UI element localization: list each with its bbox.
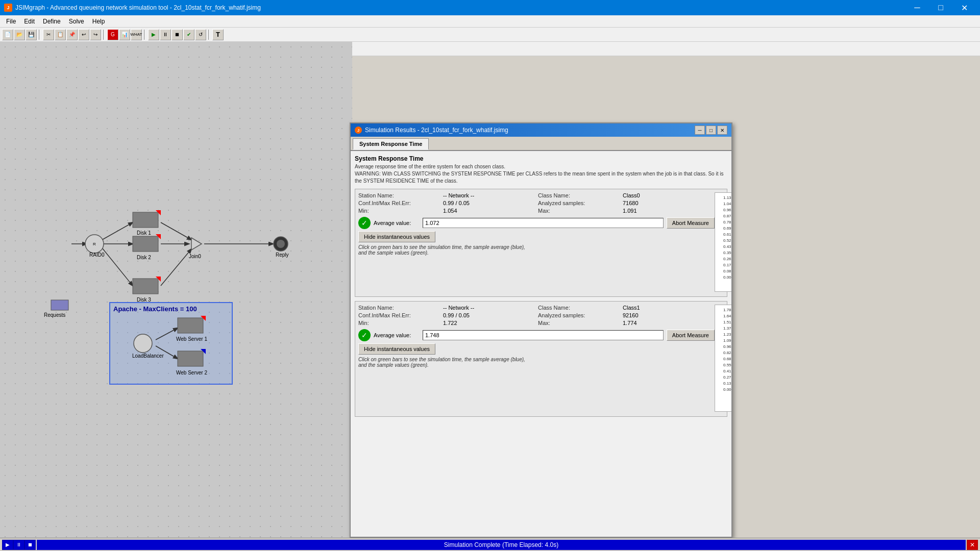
maximize-button[interactable]: □ [929,0,952,15]
status-text: Simulation Complete (Time Elapsed: 4.0s) [37,540,966,550]
svg-text:1.512: 1.512 [723,320,731,324]
node-lb-label: LoadBalancer [132,353,164,359]
sim-window: J Simulation Results - 2cl_10stat_fcr_fo… [350,122,732,538]
tb-redo[interactable]: ↪ [90,29,101,40]
tb-copy[interactable]: 📋 [55,29,66,40]
val-samples-class0: 71680 [623,200,715,206]
status-play-controls: ▶ ⏸ ⏹ [2,540,36,550]
node-ws2-box[interactable] [178,351,203,366]
tb-save[interactable]: 💾 [26,29,37,40]
svg-text:1.649: 1.649 [723,314,731,318]
tb-cut[interactable]: ✂ [43,29,54,40]
abort-btn-class0[interactable]: Abort Measure [667,217,715,229]
avg-label-class0: Average value: [374,220,420,226]
hide-btn-class1[interactable]: Hide instantaneous values [358,343,435,355]
tb-graph[interactable]: G [107,29,118,40]
close-button[interactable]: ✕ [952,0,976,15]
label-min-class0: Min: [358,208,440,214]
measure-left-class0: Station Name: -- Network -- Class Name: … [358,192,715,293]
svg-text:1.237: 1.237 [723,332,731,337]
sim-close[interactable]: ✕ [717,126,727,135]
avg-row-class1: ✓ Average value: Abort Measure [358,329,715,341]
label-station-class1: Station Name: [358,305,440,311]
app-icon: J [4,4,12,12]
avg-row-class0: ✓ Average value: Abort Measure [358,217,715,229]
menu-file[interactable]: File [2,17,20,26]
label-classname-class1: Class Name: [538,305,620,311]
svg-text:0.275: 0.275 [723,375,731,380]
tb-paste[interactable]: 📌 [66,29,78,40]
tb-reset[interactable]: ↺ [195,29,206,40]
sim-tabs: System Response Time [351,137,731,151]
val-min-class0: 1.054 [443,208,535,214]
section-title: System Response Time [355,155,727,162]
node-disk1-label: Disk 1 [137,230,151,236]
val-station-class0: -- Network -- [443,192,535,198]
node-reply-label: Reply [276,252,289,258]
svg-text:0.699: 0.699 [723,226,731,231]
node-disk2-box[interactable] [133,236,158,252]
val-confint-class0: 0.99 / 0.05 [443,200,535,206]
node-reply-inner [277,240,285,248]
tb-check[interactable]: ✔ [183,29,194,40]
tb-what[interactable]: WHAT [131,29,142,40]
tb-text[interactable]: T [212,29,224,40]
svg-text:1.049: 1.049 [723,202,731,206]
toolbar-1: 📄 📂 💾 ✂ 📋 📌 ↩ ↪ G 📊 WHAT ▶ ⏸ ⏹ ✔ ↺ T [0,28,980,42]
hide-btn-class0[interactable]: Hide instantaneous values [358,231,435,242]
tb-open[interactable]: 📂 [14,29,25,40]
val-classname-class0: Class0 [623,192,715,198]
tb-stop[interactable]: ⏹ [172,29,183,40]
val-station-class1: -- Network -- [443,305,535,311]
label-classname-class0: Class Name: [538,192,620,198]
abort-btn-class1[interactable]: Abort Measure [667,330,715,341]
sim-maximize[interactable]: □ [706,126,716,135]
node-disk1-box[interactable] [133,212,158,228]
label-max-class0: Max: [538,208,620,214]
menu-define[interactable]: Define [39,17,65,26]
tab-system-response-time[interactable]: System Response Time [353,138,429,150]
title-controls: ─ □ ✕ [905,0,976,15]
node-join0-shape[interactable] [191,238,202,250]
status-close-btn[interactable]: ✕ [967,540,978,550]
node-ws1-box[interactable] [178,318,203,333]
svg-text:0.612: 0.612 [723,232,731,237]
sim-content[interactable]: System Response Time Average response ti… [351,151,731,537]
sim-icon: J [355,127,362,134]
avg-label-class1: Average value: [374,332,420,338]
sim-title: Simulation Results - 2cl_10stat_fcr_fork… [365,127,508,134]
check-icon-class1: ✓ [358,329,371,341]
tb-play[interactable]: ▶ [148,29,159,40]
apache-box[interactable] [110,303,232,384]
status-play-btn[interactable]: ▶ [2,540,13,550]
avg-input-class1[interactable] [423,330,664,340]
label-confint-class0: Conf.Int/Max Rel.Err: [358,200,440,206]
label-samples-class1: Analyzed samples: [538,312,620,318]
node-lb-circle[interactable] [134,334,152,353]
status-stop-btn[interactable]: ⏹ [24,540,36,550]
svg-text:0.687: 0.687 [723,357,731,361]
status-pause-btn[interactable]: ⏸ [13,540,24,550]
svg-text:0.787: 0.787 [723,220,731,224]
minimize-button[interactable]: ─ [905,0,929,15]
svg-text:0.137: 0.137 [723,381,731,386]
svg-text:0.962: 0.962 [723,344,731,349]
node-disk3-box[interactable] [133,279,158,294]
tb-new[interactable]: 📄 [2,29,13,40]
measure-grid-class0: Station Name: -- Network -- Class Name: … [358,192,715,214]
node-requests-box[interactable] [51,300,68,310]
tb-pause[interactable]: ⏸ [160,29,171,40]
window-title: JSIMgraph - Advanced queueing network si… [15,4,261,11]
label-max-class1: Max: [538,320,620,326]
menu-help[interactable]: Help [88,17,109,26]
measure-left-class1: Station Name: -- Network -- Class Name: … [358,305,715,413]
svg-text:0.262: 0.262 [723,257,731,261]
svg-text:0.000: 0.000 [723,275,731,280]
avg-input-class0[interactable] [423,218,664,228]
tb-chart[interactable]: 📊 [119,29,130,40]
menu-edit[interactable]: Edit [20,17,39,26]
sim-minimize[interactable]: ─ [695,126,705,135]
tb-undo[interactable]: ↩ [78,29,89,40]
check-icon-class0: ✓ [358,217,371,229]
menu-solve[interactable]: Solve [65,17,88,26]
